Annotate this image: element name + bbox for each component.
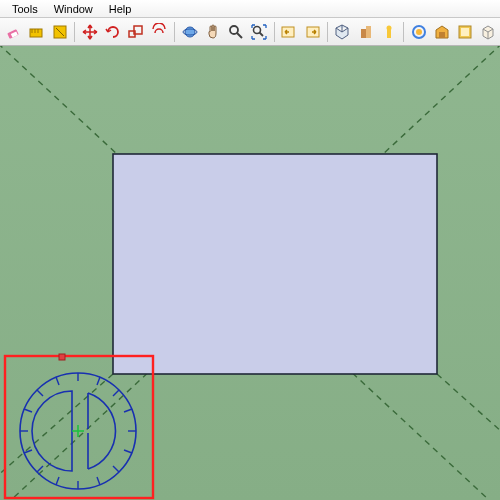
toolbar-separator bbox=[327, 22, 328, 42]
pan-tool-button[interactable] bbox=[201, 20, 224, 44]
scale-tool-button[interactable] bbox=[125, 20, 148, 44]
warehouse-button[interactable] bbox=[431, 20, 454, 44]
person-tool-button[interactable] bbox=[377, 20, 400, 44]
zoom-extents-tool-button[interactable] bbox=[248, 20, 271, 44]
components-button[interactable] bbox=[454, 20, 477, 44]
building-tool-button[interactable] bbox=[354, 20, 377, 44]
menu-bar: Tools Window Help bbox=[0, 0, 500, 18]
menu-window[interactable]: Window bbox=[46, 2, 101, 16]
eraser-tool-button[interactable] bbox=[2, 20, 25, 44]
scene-canvas bbox=[0, 46, 500, 500]
svg-rect-18 bbox=[366, 26, 371, 38]
dimension-tool-button[interactable] bbox=[48, 20, 71, 44]
svg-point-13 bbox=[254, 26, 261, 33]
offset-tool-button[interactable] bbox=[148, 20, 171, 44]
menu-help[interactable]: Help bbox=[101, 2, 140, 16]
toolbar-separator bbox=[403, 22, 404, 42]
svg-line-12 bbox=[237, 33, 242, 38]
previous-view-button[interactable] bbox=[278, 20, 301, 44]
menu-tools[interactable]: Tools bbox=[4, 2, 46, 16]
toolbar-separator bbox=[74, 22, 75, 42]
iso-view-button[interactable] bbox=[331, 20, 354, 44]
styles-button[interactable] bbox=[407, 20, 430, 44]
svg-rect-25 bbox=[461, 28, 469, 36]
main-toolbar bbox=[0, 18, 500, 46]
svg-line-14 bbox=[260, 32, 264, 36]
orbit-tool-button[interactable] bbox=[178, 20, 201, 44]
rotate-tool-button[interactable] bbox=[102, 20, 125, 44]
svg-point-19 bbox=[386, 25, 391, 30]
box-tool-button[interactable] bbox=[477, 20, 500, 44]
svg-point-22 bbox=[416, 29, 422, 35]
rectangle-face bbox=[113, 154, 437, 374]
3d-viewport[interactable] bbox=[0, 46, 500, 500]
snap-endpoint bbox=[59, 354, 65, 360]
svg-point-11 bbox=[230, 26, 238, 34]
toolbar-separator bbox=[174, 22, 175, 42]
svg-rect-20 bbox=[387, 30, 391, 38]
svg-rect-23 bbox=[439, 32, 445, 38]
toolbar-separator bbox=[274, 22, 275, 42]
tape-measure-tool-button[interactable] bbox=[25, 20, 48, 44]
move-tool-button[interactable] bbox=[78, 20, 101, 44]
zoom-tool-button[interactable] bbox=[224, 20, 247, 44]
next-view-button[interactable] bbox=[301, 20, 324, 44]
